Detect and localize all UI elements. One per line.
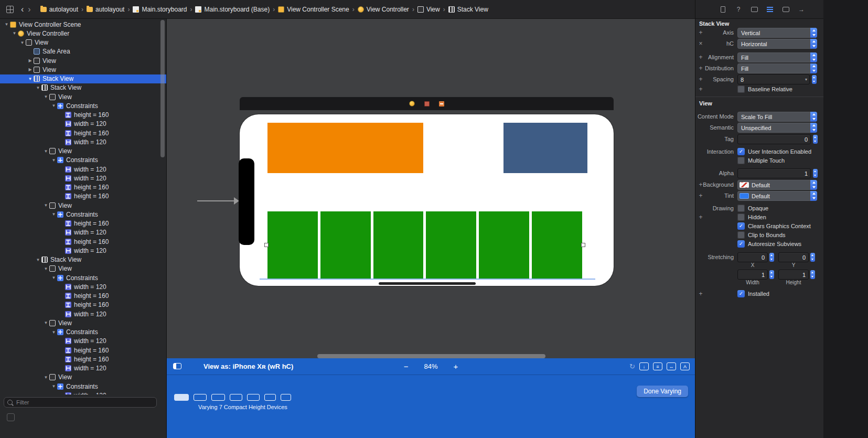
- green-stack-row[interactable]: [267, 211, 582, 279]
- disclosure-triangle-icon[interactable]: ▼: [50, 212, 57, 217]
- content-mode-popup[interactable]: Scale To Fill: [737, 112, 817, 122]
- outline-row[interactable]: height = 160: [0, 183, 166, 192]
- green-view[interactable]: [267, 211, 318, 279]
- outline-row[interactable]: width = 120: [0, 137, 166, 146]
- autoresize-checkbox[interactable]: ✓: [737, 240, 745, 248]
- outline-row[interactable]: ▼View: [0, 373, 166, 382]
- green-view[interactable]: [532, 211, 582, 279]
- first-responder-icon[interactable]: [424, 101, 430, 106]
- outline-row[interactable]: width = 120: [0, 337, 166, 346]
- outline-row[interactable]: ▼Constraints: [0, 156, 166, 165]
- alignment-popup[interactable]: Fill: [737, 52, 817, 62]
- outline-row[interactable]: height = 160: [0, 355, 166, 364]
- stretch-x-stepper[interactable]: [769, 253, 774, 262]
- outline-row[interactable]: width = 120: [0, 246, 166, 255]
- connections-inspector-icon[interactable]: →: [797, 5, 806, 14]
- disclosure-triangle-icon[interactable]: ▼: [50, 384, 57, 389]
- filter-input[interactable]: [15, 399, 153, 406]
- identity-inspector-icon[interactable]: [750, 5, 758, 14]
- breadcrumb-item-view[interactable]: View: [417, 6, 440, 13]
- outline-footer-icon[interactable]: [7, 413, 15, 421]
- orange-view[interactable]: [267, 123, 423, 173]
- outline-row[interactable]: width = 120: [0, 120, 166, 129]
- stretch-width-stepper[interactable]: [769, 270, 774, 279]
- breadcrumb-item-autolayout[interactable]: autolayout: [40, 6, 78, 13]
- device-variant-icon[interactable]: [247, 394, 260, 401]
- outline-row[interactable]: ▶View: [0, 56, 166, 65]
- outline-row[interactable]: width = 120: [0, 364, 166, 373]
- semantic-popup[interactable]: Unspecified: [737, 123, 817, 133]
- outline-row[interactable]: ▼View: [0, 318, 166, 327]
- size-inspector-icon[interactable]: [781, 5, 790, 14]
- disclosure-triangle-icon[interactable]: ▼: [11, 31, 18, 36]
- add-constraints-icon[interactable]: ↔: [667, 362, 676, 370]
- disclosure-triangle-icon[interactable]: ▼: [35, 86, 41, 90]
- outline-row[interactable]: height = 160: [0, 301, 166, 309]
- axis-variant-popup[interactable]: Horizontal: [737, 39, 817, 49]
- update-frames-icon[interactable]: ↻: [629, 362, 635, 370]
- disclosure-triangle-icon[interactable]: ▶: [27, 67, 34, 72]
- outline-row[interactable]: ▼Stack View: [0, 74, 166, 83]
- outline-row[interactable]: ▼View: [0, 38, 166, 47]
- storyboard-canvas[interactable]: [167, 19, 695, 358]
- background-colorwell[interactable]: Default: [737, 180, 817, 190]
- outline-row[interactable]: height = 160: [0, 192, 166, 201]
- tag-field[interactable]: 0: [737, 134, 811, 144]
- outline-row[interactable]: ▶View: [0, 65, 166, 74]
- alpha-field[interactable]: 1: [737, 168, 811, 178]
- outline-row[interactable]: ▼View Controller: [0, 29, 166, 38]
- disclosure-triangle-icon[interactable]: ▼: [42, 94, 49, 99]
- user-interaction-checkbox[interactable]: ✓: [737, 148, 745, 155]
- green-view[interactable]: [479, 211, 529, 279]
- stretch-y-stepper[interactable]: [810, 253, 815, 262]
- disclosure-triangle-icon[interactable]: ▼: [27, 77, 34, 81]
- outline-row[interactable]: height = 160: [0, 129, 166, 137]
- outline-row[interactable]: ▼Constraints: [0, 328, 166, 337]
- stretch-width-field[interactable]: 1: [737, 270, 768, 280]
- disclosure-triangle-icon[interactable]: ▼: [50, 103, 57, 108]
- stretch-x-field[interactable]: 0: [737, 252, 768, 262]
- view-controller-icon[interactable]: [409, 101, 415, 106]
- related-items-icon[interactable]: [6, 6, 14, 13]
- green-view[interactable]: [426, 211, 476, 279]
- axis-popup[interactable]: Vertical: [737, 28, 817, 38]
- spacing-stepper[interactable]: [812, 75, 817, 84]
- outline-row[interactable]: ▼Constraints: [0, 210, 166, 219]
- multiple-touch-checkbox[interactable]: [737, 157, 745, 164]
- clip-checkbox[interactable]: [737, 231, 745, 239]
- exit-segue-icon[interactable]: [439, 101, 444, 106]
- disclosure-triangle-icon[interactable]: ▼: [50, 330, 57, 335]
- file-inspector-icon[interactable]: [719, 5, 727, 14]
- hidden-checkbox[interactable]: [737, 213, 745, 221]
- outline-row[interactable]: ▼View Controller Scene: [0, 20, 166, 29]
- outline-row[interactable]: ▼Constraints: [0, 273, 166, 282]
- outline-row[interactable]: ▼View: [0, 92, 166, 101]
- outline-row[interactable]: ▼Stack View: [0, 255, 166, 264]
- resolve-issues-icon[interactable]: A: [680, 362, 690, 370]
- baseline-relative-checkbox[interactable]: [737, 86, 745, 93]
- disclosure-triangle-icon[interactable]: ▼: [42, 375, 49, 380]
- attributes-inspector-icon[interactable]: [766, 5, 774, 14]
- disclosure-triangle-icon[interactable]: ▼: [3, 22, 10, 27]
- canvas-horizontal-scrollbar[interactable]: [317, 354, 545, 358]
- disclosure-triangle-icon[interactable]: ▼: [42, 321, 49, 325]
- breadcrumb-item-main-storyboard-base-[interactable]: Main.storyboard (Base): [195, 6, 270, 13]
- device-variant-icon[interactable]: [211, 394, 225, 401]
- breadcrumb-item-main-storyboard[interactable]: Main.storyboard: [133, 6, 187, 13]
- quick-help-icon[interactable]: ?: [734, 5, 743, 14]
- alpha-stepper[interactable]: [813, 169, 818, 178]
- distribution-popup[interactable]: Fill: [737, 63, 817, 73]
- outline-row[interactable]: ▼View: [0, 201, 166, 210]
- outline-row[interactable]: height = 160: [0, 219, 166, 228]
- device-variant-icon[interactable]: [281, 394, 291, 401]
- outline-row[interactable]: height = 160: [0, 292, 166, 301]
- disclosure-triangle-icon[interactable]: ▼: [50, 275, 57, 280]
- outline-row[interactable]: ▼View: [0, 147, 166, 156]
- zoom-in-button[interactable]: +: [454, 362, 458, 371]
- green-view[interactable]: [320, 211, 371, 279]
- disclosure-triangle-icon[interactable]: ▶: [27, 58, 34, 63]
- outline-scrollbar[interactable]: [160, 20, 165, 157]
- selection-handle-left[interactable]: [264, 243, 269, 247]
- view-controller-header[interactable]: [240, 97, 614, 110]
- disclosure-triangle-icon[interactable]: ▼: [42, 203, 49, 208]
